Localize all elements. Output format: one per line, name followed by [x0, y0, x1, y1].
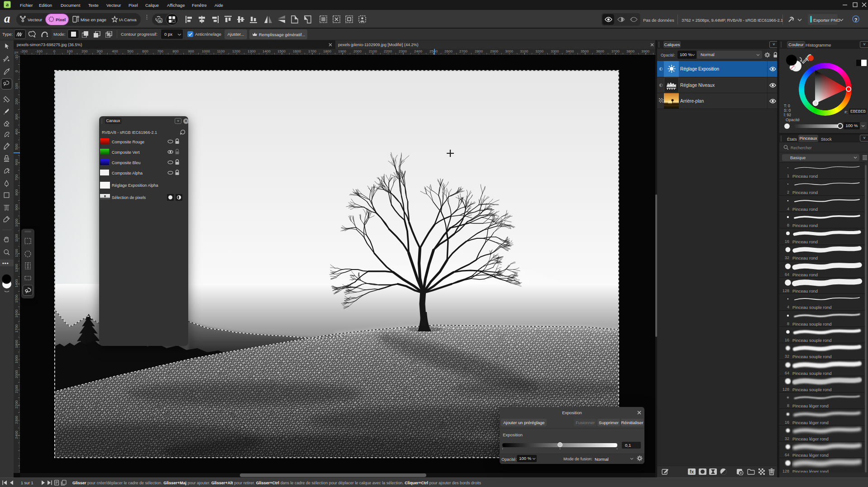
svg-text:A: A — [159, 19, 161, 23]
svg-text:fx: fx — [690, 469, 694, 474]
